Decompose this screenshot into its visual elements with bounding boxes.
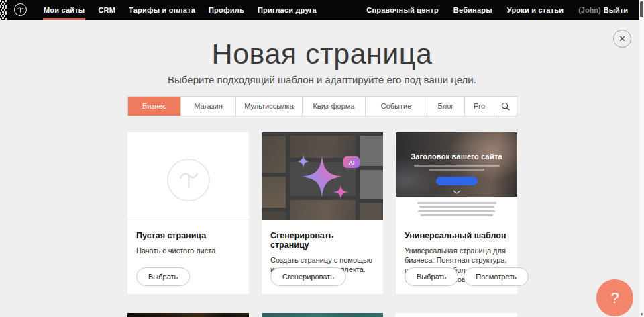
secondary-nav: Справочный центр Вебинары Уроки и статьи… (359, 0, 628, 20)
nav-invite-friend[interactable]: Пригласи друга (251, 0, 323, 20)
tab-pro[interactable]: Pro (465, 97, 494, 116)
card-title: Универсальный шаблон (405, 231, 508, 240)
card-description: Начать с чистого листа. (136, 246, 240, 255)
nav-lessons[interactable]: Уроки и статьи (500, 6, 571, 14)
ai-preview: AI (262, 132, 383, 220)
card-info: Пустая страница Начать с чистого листа. … (127, 220, 249, 294)
tab-quiz-form[interactable]: Квиз-форма (303, 97, 365, 116)
nav-webinars[interactable]: Вебинары (446, 6, 500, 14)
tilda-watermark-icon (167, 158, 210, 201)
card-info: Универсальный шаблон Универсальная стран… (396, 220, 517, 294)
card-ai-generate: AI Сгенерировать страницу Создать страни… (262, 132, 383, 294)
card-blank-page: Пустая страница Начать с чистого листа. … (127, 132, 249, 294)
hero-subtext-line (414, 165, 500, 167)
card-info: Сгенерировать страницу Создать страницу … (262, 220, 383, 294)
tilda-logo-icon[interactable] (14, 3, 27, 16)
text-line (421, 214, 493, 216)
universal-template-preview: Заголовок вашего сайта (396, 132, 517, 220)
hero-subtext-line (429, 169, 484, 171)
template-hero: Заголовок вашего сайта (396, 132, 517, 197)
topbar-spacer (323, 0, 359, 20)
account-logout[interactable]: (John) Выйти (571, 6, 628, 14)
topbar: Мои сайты CRM Тарифы и оплата Профиль Пр… (0, 0, 644, 20)
tab-event[interactable]: Событие (366, 97, 427, 116)
template-card-partial (127, 313, 249, 317)
generate-button[interactable]: Сгенерировать (270, 267, 346, 286)
template-card-partial (262, 313, 383, 317)
template-card-partial (396, 313, 517, 317)
scrollbar-thumb[interactable] (640, 1, 643, 17)
nav-crm[interactable]: CRM (91, 0, 122, 20)
scrollbar-down-arrow[interactable]: ▾ (639, 312, 644, 316)
tab-multilink[interactable]: Мультиссылка (236, 97, 302, 116)
ai-badge: AI (343, 156, 360, 168)
nav-profile[interactable]: Профиль (202, 0, 251, 20)
decorative-texture (0, 0, 7, 20)
nav-tariffs[interactable]: Тарифы и оплата (122, 0, 202, 20)
template-body-text (396, 197, 517, 220)
question-mark-icon: ? (610, 289, 619, 307)
template-category-tabs: Бизнес Магазин Мультиссылка Квиз-форма С… (127, 96, 517, 116)
choose-universal-button[interactable]: Выбрать (405, 267, 458, 286)
ai-sparkle-icon (262, 132, 383, 220)
nav-help-center[interactable]: Справочный центр (359, 6, 446, 14)
logout-link[interactable]: Выйти (604, 6, 628, 14)
scrollbar-track: ▾ (639, 0, 644, 317)
choose-blank-button[interactable]: Выбрать (136, 267, 190, 286)
tilde-glyph (17, 6, 24, 13)
nav-my-sites[interactable]: Мои сайты (37, 0, 91, 20)
next-row-cards-partial (127, 313, 517, 317)
tab-shop[interactable]: Магазин (181, 97, 235, 116)
blank-page-preview (127, 132, 249, 220)
page-subtitle: Выберите подходящий шаблон и адаптируйте… (0, 74, 644, 85)
template-cards-row: Пустая страница Начать с чистого листа. … (127, 132, 517, 294)
text-line (418, 210, 495, 212)
tab-business[interactable]: Бизнес (128, 97, 180, 116)
card-title: Пустая страница (136, 231, 240, 240)
card-title: Сгенерировать страницу (270, 231, 374, 250)
text-line (419, 206, 494, 208)
preview-universal-button[interactable]: Посмотреть (464, 267, 529, 286)
tab-blog[interactable]: Блог (427, 97, 464, 116)
template-hero-button (436, 177, 478, 185)
tab-search[interactable] (494, 97, 517, 116)
main-nav: Мои сайты CRM Тарифы и оплата Профиль Пр… (37, 0, 323, 20)
chevron-down-icon (453, 190, 461, 194)
card-universal-template: Заголовок вашего сайта Универсальный шаб… (396, 132, 517, 294)
search-icon (501, 102, 510, 111)
template-hero-heading: Заголовок вашего сайта (396, 152, 517, 161)
page-title: Новая страница (0, 38, 644, 70)
text-line (417, 202, 496, 204)
help-button[interactable]: ? (596, 279, 633, 316)
account-name: (John) (578, 6, 601, 14)
